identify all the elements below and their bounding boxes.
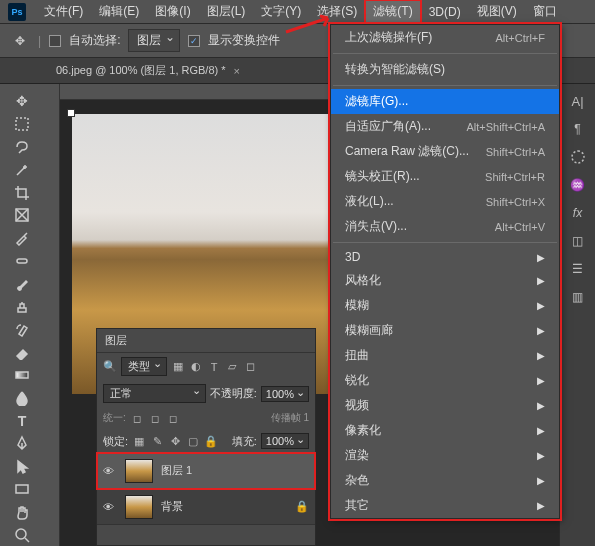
lock-position-icon[interactable]: ✥ — [168, 434, 182, 448]
chevron-right-icon: ▶ — [537, 500, 545, 511]
app-logo[interactable]: Ps — [8, 3, 26, 21]
type-tool[interactable]: T — [11, 410, 33, 431]
menu-edit[interactable]: 编辑(E) — [91, 0, 147, 24]
eraser-tool[interactable] — [11, 342, 33, 363]
unify-position-icon[interactable]: ◻ — [130, 411, 144, 425]
magic-wand-tool[interactable] — [11, 159, 33, 180]
menu-item-blur[interactable]: 模糊▶ — [331, 293, 559, 318]
menu-item-blur-gallery[interactable]: 模糊画廊▶ — [331, 318, 559, 343]
rectangle-tool[interactable] — [11, 479, 33, 500]
lock-all-icon[interactable]: 🔒 — [204, 434, 218, 448]
menu-window[interactable]: 窗口 — [525, 0, 565, 24]
menu-image[interactable]: 图像(I) — [147, 0, 198, 24]
clone-stamp-tool[interactable] — [11, 296, 33, 317]
document-tab-label: 06.jpeg @ 100% (图层 1, RGB/8) * — [56, 63, 226, 78]
menu-3d[interactable]: 3D(D) — [421, 0, 469, 24]
chevron-right-icon: ▶ — [537, 475, 545, 486]
path-selection-tool[interactable] — [11, 456, 33, 477]
move-tool[interactable]: ✥ — [11, 91, 33, 112]
blend-mode-dropdown[interactable]: 正常 — [103, 384, 206, 403]
menu-item-distort[interactable]: 扭曲▶ — [331, 343, 559, 368]
brushes-panel-icon[interactable]: ♒ — [567, 174, 589, 196]
type-filter-icon[interactable]: T — [207, 360, 221, 374]
menu-item-last-filter[interactable]: 上次滤镜操作(F) Alt+Ctrl+F — [331, 25, 559, 50]
layer-name[interactable]: 背景 — [161, 499, 183, 514]
healing-brush-tool[interactable] — [11, 251, 33, 272]
menu-item-render[interactable]: 渲染▶ — [331, 443, 559, 468]
menu-separator — [333, 53, 557, 54]
crop-tool[interactable] — [11, 182, 33, 203]
lock-icon[interactable]: 🔒 — [295, 500, 309, 513]
layer-thumbnail[interactable] — [125, 495, 153, 519]
lock-image-icon[interactable]: ✎ — [150, 434, 164, 448]
pen-tool[interactable] — [11, 433, 33, 454]
frame-tool[interactable] — [11, 205, 33, 226]
menu-item-liquify[interactable]: 液化(L)... Shift+Ctrl+X — [331, 189, 559, 214]
swatches-panel-icon[interactable] — [567, 146, 589, 168]
menu-item-pixelate[interactable]: 像素化▶ — [331, 418, 559, 443]
menu-select[interactable]: 选择(S) — [309, 0, 365, 24]
opacity-label: 不透明度: — [210, 386, 257, 401]
character-panel-icon[interactable]: A| — [567, 90, 589, 112]
lock-artboard-icon[interactable]: ▢ — [186, 434, 200, 448]
ruler-vertical[interactable] — [44, 84, 60, 546]
fill-input[interactable]: 100% — [261, 433, 309, 449]
menu-item-convert-smart[interactable]: 转换为智能滤镜(S) — [331, 57, 559, 82]
document-tab[interactable]: 06.jpeg @ 100% (图层 1, RGB/8) * × — [48, 63, 248, 78]
lock-transparent-icon[interactable]: ▦ — [132, 434, 146, 448]
glyphs-panel-icon[interactable]: fx — [567, 202, 589, 224]
layer-row[interactable]: 👁 图层 1 — [97, 453, 315, 489]
menu-file[interactable]: 文件(F) — [36, 0, 91, 24]
menu-item-stylize[interactable]: 风格化▶ — [331, 268, 559, 293]
show-transform-checkbox[interactable] — [188, 35, 200, 47]
visibility-icon[interactable]: 👁 — [103, 501, 117, 513]
smart-filter-icon[interactable]: ◻ — [243, 360, 257, 374]
menu-item-vanishing-point[interactable]: 消失点(V)... Alt+Ctrl+V — [331, 214, 559, 239]
menu-item-other[interactable]: 其它▶ — [331, 493, 559, 518]
shape-filter-icon[interactable]: ▱ — [225, 360, 239, 374]
menu-item-noise[interactable]: 杂色▶ — [331, 468, 559, 493]
transform-handle[interactable] — [67, 109, 75, 117]
auto-select-checkbox[interactable] — [49, 35, 61, 47]
filter-type-dropdown[interactable]: 类型 — [121, 357, 167, 376]
menu-item-adaptive-wide[interactable]: 自适应广角(A)... Alt+Shift+Ctrl+A — [331, 114, 559, 139]
brush-tool[interactable] — [11, 273, 33, 294]
menu-item-sharpen[interactable]: 锐化▶ — [331, 368, 559, 393]
paragraph-panel-icon[interactable]: ¶ — [567, 118, 589, 140]
histogram-panel-icon[interactable]: ▥ — [567, 286, 589, 308]
unify-style-icon[interactable]: ◻ — [166, 411, 180, 425]
visibility-icon[interactable]: 👁 — [103, 465, 117, 477]
history-brush-tool[interactable] — [11, 319, 33, 340]
pixel-filter-icon[interactable]: ▦ — [171, 360, 185, 374]
marquee-tool[interactable] — [11, 114, 33, 135]
right-panel-strip: A| ¶ ♒ fx ◫ ☰ ▥ — [559, 84, 595, 546]
blur-tool[interactable] — [11, 387, 33, 408]
eyedropper-tool[interactable] — [11, 228, 33, 249]
adjust-filter-icon[interactable]: ◐ — [189, 360, 203, 374]
close-icon[interactable]: × — [234, 65, 240, 77]
menu-filter[interactable]: 滤镜(T) — [365, 0, 420, 24]
menu-type[interactable]: 文字(Y) — [253, 0, 309, 24]
menu-item-filter-gallery[interactable]: 滤镜库(G)... — [331, 89, 559, 114]
menu-item-3d[interactable]: 3D▶ — [331, 246, 559, 268]
unify-visibility-icon[interactable]: ◻ — [148, 411, 162, 425]
gradient-tool[interactable] — [11, 365, 33, 386]
menu-layer[interactable]: 图层(L) — [199, 0, 254, 24]
zoom-tool[interactable] — [11, 524, 33, 545]
menu-view[interactable]: 视图(V) — [469, 0, 525, 24]
menu-item-lens-correction[interactable]: 镜头校正(R)... Shift+Ctrl+R — [331, 164, 559, 189]
opacity-input[interactable]: 100% — [261, 386, 309, 402]
layer-thumbnail[interactable] — [125, 459, 153, 483]
svg-rect-0 — [16, 118, 28, 130]
hand-tool[interactable] — [11, 501, 33, 522]
chevron-right-icon: ▶ — [537, 275, 545, 286]
layer-row[interactable]: 👁 背景 🔒 — [97, 489, 315, 525]
layers-panel: 图层 🔍 类型 ▦ ◐ T ▱ ◻ 正常 不透明度: 100% 统一: ◻ ◻ … — [96, 328, 316, 546]
menu-item-video[interactable]: 视频▶ — [331, 393, 559, 418]
layer-name[interactable]: 图层 1 — [161, 463, 192, 478]
menu-item-camera-raw[interactable]: Camera Raw 滤镜(C)... Shift+Ctrl+A — [331, 139, 559, 164]
navigator-panel-icon[interactable]: ☰ — [567, 258, 589, 280]
lasso-tool[interactable] — [11, 137, 33, 158]
auto-select-dropdown[interactable]: 图层 — [128, 29, 180, 52]
info-panel-icon[interactable]: ◫ — [567, 230, 589, 252]
